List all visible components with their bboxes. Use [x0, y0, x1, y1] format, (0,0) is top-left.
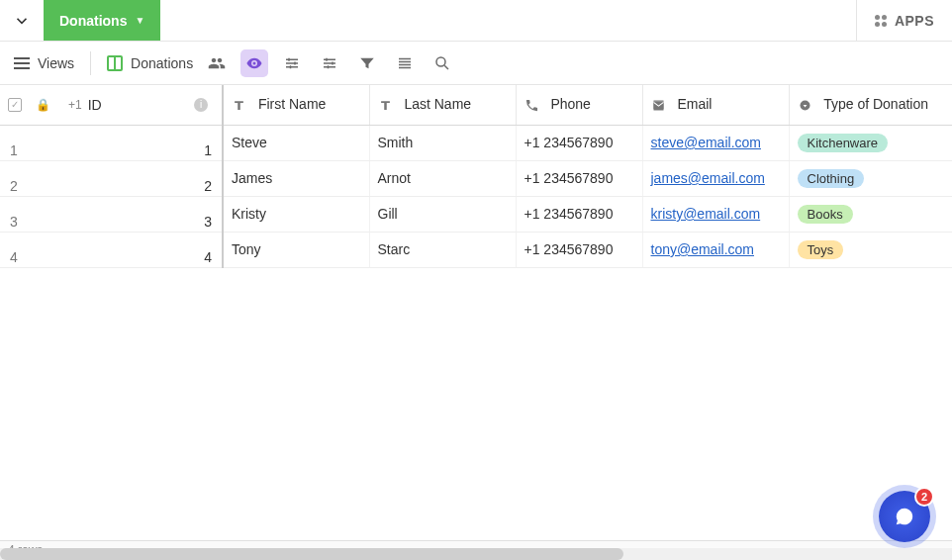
cell-id: 4 [204, 249, 212, 265]
table-row[interactable]: 11SteveSmith+1 234567890steve@email.comK… [0, 125, 952, 160]
table-header: ✓ 🔒 +1 ID i First Name Last Name [0, 85, 952, 125]
chat-fab[interactable]: 2 [879, 491, 930, 542]
table-row[interactable]: 33KristyGill+1 234567890kristy@email.com… [0, 196, 952, 232]
cell-donation-type[interactable]: Toys [789, 232, 952, 267]
cell-last-name[interactable]: Gill [369, 196, 516, 232]
apps-icon [875, 15, 887, 27]
table: ✓ 🔒 +1 ID i First Name Last Name [0, 85, 952, 268]
cell-donation-type[interactable]: Clothing [789, 160, 952, 196]
cell-first-name[interactable]: Tony [223, 232, 369, 267]
row-height-button[interactable] [391, 49, 419, 77]
email-link[interactable]: kristy@email.com [651, 206, 761, 222]
cell-phone[interactable]: +1 234567890 [516, 196, 642, 232]
cell-last-name[interactable]: Smith [369, 125, 516, 160]
column-label: Email [677, 96, 712, 112]
donation-type-tag: Clothing [798, 169, 865, 188]
topbar: Donations ▼ APPS [0, 0, 952, 42]
apps-button[interactable]: APPS [856, 0, 952, 41]
cell-email[interactable]: steve@email.com [642, 125, 789, 160]
search-icon [433, 54, 451, 72]
people-icon [208, 54, 226, 72]
cell-id: 2 [204, 178, 212, 194]
cell-id: 3 [204, 214, 212, 230]
single-select-icon [798, 98, 812, 113]
donation-type-tag: Toys [798, 240, 844, 259]
column-header-first-name[interactable]: First Name [223, 85, 369, 125]
search-button[interactable] [428, 49, 456, 77]
cell-email[interactable]: james@email.com [642, 160, 789, 196]
data-grid[interactable]: ✓ 🔒 +1 ID i First Name Last Name [0, 85, 952, 540]
cell-first-name[interactable]: Kristy [223, 196, 369, 232]
email-link[interactable]: tony@email.com [651, 241, 754, 257]
cell-last-name[interactable]: Starc [369, 232, 516, 267]
cell-first-name[interactable]: Steve [223, 125, 369, 160]
row-lead-cell[interactable]: 44 [0, 232, 223, 267]
column-header-id[interactable]: ✓ 🔒 +1 ID i [0, 85, 223, 125]
views-label: Views [38, 55, 74, 71]
row-number: 1 [10, 142, 18, 158]
cell-email[interactable]: kristy@email.com [642, 196, 789, 232]
column-label: Last Name [404, 96, 471, 112]
views-toggle[interactable]: Views [14, 55, 74, 71]
column-label: Type of Donation [823, 96, 928, 112]
expand-toggle[interactable] [0, 0, 44, 41]
eye-icon [245, 54, 263, 72]
cell-first-name[interactable]: James [223, 160, 369, 196]
select-all-checkbox[interactable]: ✓ [8, 98, 22, 112]
view-selector[interactable]: Donations [107, 55, 193, 71]
row-lead-cell[interactable]: 11 [0, 125, 223, 160]
row-number: 2 [10, 178, 18, 194]
hamburger-icon [14, 57, 30, 69]
cell-donation-type[interactable]: Kitchenware [789, 125, 952, 160]
divider [90, 51, 91, 75]
text-type-icon [232, 98, 246, 113]
horizontal-scrollbar[interactable] [0, 548, 952, 560]
chevron-down-icon [13, 12, 31, 30]
column-label: ID [88, 97, 102, 113]
autonumber-icon: +1 [68, 98, 82, 112]
row-number: 4 [10, 249, 18, 265]
column-header-email[interactable]: Email [642, 85, 789, 125]
email-link[interactable]: james@email.com [651, 170, 765, 186]
spacer [160, 0, 856, 41]
cell-last-name[interactable]: Arnot [369, 160, 516, 196]
email-link[interactable]: steve@email.com [651, 135, 761, 150]
caret-down-icon: ▼ [135, 15, 144, 26]
table-body: 11SteveSmith+1 234567890steve@email.comK… [0, 125, 952, 267]
text-type-icon [378, 98, 393, 113]
row-lead-cell[interactable]: 33 [0, 196, 223, 232]
column-header-phone[interactable]: Phone [516, 85, 642, 125]
table-row[interactable]: 44TonyStarc+1 234567890tony@email.comToy… [0, 232, 952, 267]
svg-point-0 [436, 57, 445, 66]
row-number: 3 [10, 214, 18, 230]
table-row[interactable]: 22JamesArnot+1 234567890james@email.comC… [0, 160, 952, 196]
tab-donations-label: Donations [59, 13, 127, 29]
row-lead-cell[interactable]: 22 [0, 160, 223, 196]
view-name: Donations [131, 55, 193, 71]
column-label: Phone [550, 96, 590, 112]
funnel-icon [358, 54, 376, 72]
cell-donation-type[interactable]: Books [789, 196, 952, 232]
cell-phone[interactable]: +1 234567890 [516, 160, 642, 196]
visibility-button[interactable] [240, 49, 268, 77]
cell-phone[interactable]: +1 234567890 [516, 232, 642, 267]
lock-icon: 🔒 [36, 98, 50, 112]
filter-sliders-button-2[interactable] [316, 49, 343, 77]
column-header-donation-type[interactable]: Type of Donation [789, 85, 952, 125]
info-icon[interactable]: i [194, 98, 208, 112]
column-header-last-name[interactable]: Last Name [369, 85, 516, 125]
apps-label: APPS [895, 13, 934, 29]
collaborators-button[interactable] [203, 49, 231, 77]
filter-button[interactable] [353, 49, 381, 77]
tab-donations[interactable]: Donations ▼ [44, 0, 160, 41]
cell-id: 1 [204, 142, 212, 158]
sliders-icon [283, 54, 301, 72]
scrollbar-thumb[interactable] [0, 548, 623, 560]
cell-phone[interactable]: +1 234567890 [516, 125, 642, 160]
chat-icon [894, 506, 915, 527]
phone-icon [524, 98, 539, 113]
email-icon [651, 98, 666, 113]
column-label: First Name [258, 96, 326, 112]
filter-sliders-button-1[interactable] [278, 49, 306, 77]
cell-email[interactable]: tony@email.com [642, 232, 789, 267]
